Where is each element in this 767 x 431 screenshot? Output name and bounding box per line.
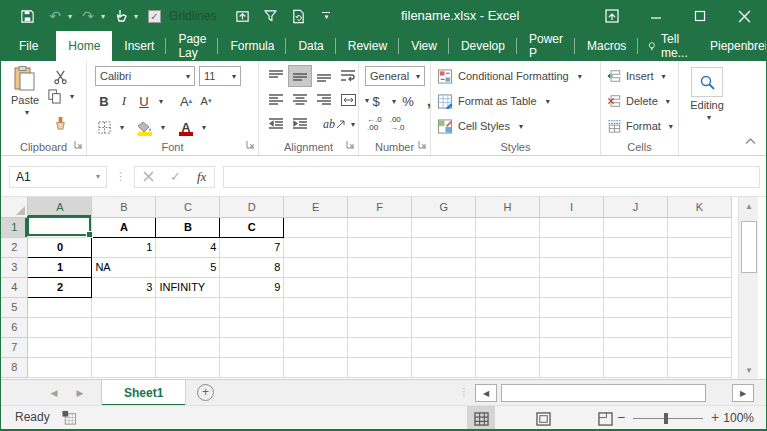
underline-button[interactable]: U [135,91,153,111]
cell-B4[interactable]: 3 [92,277,156,297]
cell-D1[interactable]: C [220,217,284,237]
collapse-ribbon-button[interactable] [745,135,756,147]
tab-review[interactable]: Review [336,31,399,61]
page-break-preview-button[interactable] [591,406,619,431]
cell[interactable] [412,337,476,357]
tab-developer[interactable]: Develop [449,31,517,61]
column-header-I[interactable]: I [540,197,604,217]
row-header-3[interactable]: 3 [1,257,28,277]
cell[interactable] [412,357,476,377]
insert-cells-button[interactable]: Insert ▾ [601,64,678,88]
cell[interactable] [284,237,348,257]
tab-home[interactable]: Home [56,31,112,61]
copy-button[interactable]: ▾ [47,89,74,104]
cell[interactable] [540,317,604,337]
cell[interactable] [284,337,348,357]
tab-data[interactable]: Data [286,31,335,61]
formula-input[interactable] [223,166,760,188]
zoom-in-button[interactable]: + [711,409,719,425]
tab-bar-drag-dots[interactable]: ⋮ [459,386,469,397]
vertical-scroll-thumb[interactable] [741,221,757,273]
column-header-F[interactable]: F [348,197,412,217]
macro-record-button[interactable] [61,410,77,428]
cancel-entry-icon[interactable] [143,171,154,182]
cell[interactable] [412,237,476,257]
cell[interactable] [476,237,540,257]
align-center-button[interactable] [289,90,311,110]
cell[interactable] [476,217,540,237]
cell[interactable] [284,317,348,337]
borders-dropdown-icon[interactable]: ▾ [120,123,124,132]
scroll-down-button[interactable]: ▼ [740,361,758,379]
cell[interactable] [28,357,92,377]
cell-A3[interactable]: 1 [28,257,92,277]
cell[interactable] [667,277,731,297]
maximize-button[interactable] [678,1,722,31]
zoom-out-button[interactable]: − [617,409,625,425]
cell[interactable] [284,277,348,297]
cell[interactable] [28,337,92,357]
account-name[interactable]: Piepenbrei... [702,31,767,61]
cell[interactable] [667,217,731,237]
font-size-select[interactable]: 11 ▾ [199,66,241,86]
cell[interactable] [284,357,348,377]
select-all-corner[interactable] [1,197,28,217]
cell[interactable] [156,337,220,357]
cell[interactable] [348,357,412,377]
cell-D4[interactable]: 9 [220,277,284,297]
cell[interactable] [156,357,220,377]
row-header-6[interactable]: 6 [1,317,28,337]
tab-formulas[interactable]: Formula [218,31,286,61]
cell[interactable] [604,217,668,237]
decrease-indent-button[interactable] [265,114,287,134]
cell[interactable] [540,337,604,357]
touch-mode-button[interactable] [109,4,133,28]
cell[interactable] [667,357,731,377]
insert-function-button[interactable]: fx [197,169,206,185]
scroll-up-button[interactable]: ▲ [740,197,758,215]
fill-color-button[interactable] [136,117,154,137]
italic-button[interactable]: I [115,91,133,111]
column-header-G[interactable]: G [412,197,476,217]
tab-macros[interactable]: Macros [575,31,638,61]
cell[interactable] [348,317,412,337]
top-align-button[interactable] [265,66,287,86]
cell[interactable] [412,317,476,337]
cell[interactable] [667,337,731,357]
align-right-button[interactable] [313,90,335,110]
tab-power-pivot[interactable]: Power P [517,31,575,61]
cell-A2[interactable]: 0 [28,237,92,257]
cell[interactable] [540,237,604,257]
increase-font-size-button[interactable]: A▴ [177,91,195,111]
font-dialog-launcher[interactable] [246,139,255,151]
cell[interactable] [476,277,540,297]
number-dialog-launcher[interactable] [418,139,427,151]
row-header-5[interactable]: 5 [1,297,28,317]
cell[interactable] [92,317,156,337]
cell-B1[interactable]: A [92,217,156,237]
cell[interactable] [604,257,668,277]
cell[interactable] [156,297,220,317]
cell[interactable] [604,237,668,257]
cell[interactable] [476,257,540,277]
selected-cell-outline[interactable] [27,216,91,236]
cell[interactable] [348,277,412,297]
currency-format-button[interactable]: $ [367,91,385,111]
cell[interactable] [540,257,604,277]
format-as-table-button[interactable]: Format as Table ▾ [431,89,600,113]
close-button[interactable] [722,1,766,31]
cell[interactable] [540,297,604,317]
minimize-button[interactable] [634,1,678,31]
column-header-C[interactable]: C [156,197,220,217]
horizontal-scroll-thumb[interactable] [501,384,706,402]
cell[interactable] [604,277,668,297]
cell[interactable] [412,257,476,277]
cell[interactable] [220,357,284,377]
cell[interactable] [604,337,668,357]
cell-C4[interactable]: INFINITY [156,277,220,297]
wrap-text-button[interactable] [337,66,359,86]
refresh-document-button[interactable] [286,4,310,28]
row-header-7[interactable]: 7 [1,337,28,357]
zoom-level[interactable]: 100% [723,411,754,425]
cell-B2[interactable]: 1 [92,237,156,257]
